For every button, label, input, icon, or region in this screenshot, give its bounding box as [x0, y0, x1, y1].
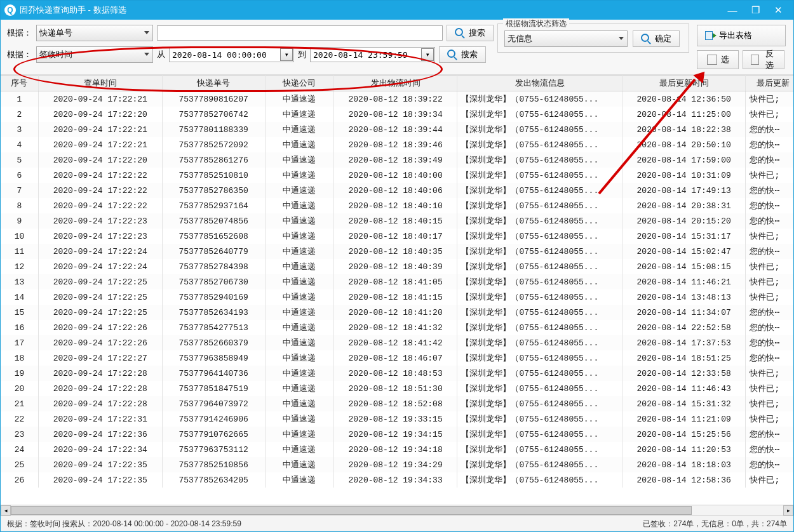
- column-header[interactable]: 发出物流时间: [333, 76, 457, 91]
- table-row[interactable]: 62020-09-24 17:22:2275377852510810中通速递20…: [1, 168, 793, 183]
- table-row[interactable]: 42020-09-24 17:22:2175377852572092中通速递20…: [1, 137, 793, 152]
- cell: 2020-09-24 17:22:21: [38, 91, 162, 107]
- cell: 2020-08-12 18:40:00: [333, 168, 457, 183]
- table-row[interactable]: 212020-09-24 17:22:2875377964073972中通速递2…: [1, 396, 793, 411]
- cell: 【深圳龙华】（0755-61248055...: [457, 137, 622, 152]
- status-left: 根据：签收时间 搜索从：2020-08-14 00:00:00 - 2020-0…: [7, 519, 241, 529]
- scroll-right-icon[interactable]: ▸: [783, 505, 793, 515]
- search-button-1[interactable]: 搜索: [447, 25, 494, 41]
- cell: 2020-08-12 18:41:15: [333, 289, 457, 305]
- cell: 您的快⋯: [746, 137, 793, 152]
- status-right: 已签收：274单，无信息：0单，共：274单: [643, 519, 787, 529]
- cell: 75377852706730: [162, 274, 265, 289]
- cell: 20: [1, 381, 38, 396]
- table-row[interactable]: 152020-09-24 17:22:2575377852634193中通速递2…: [1, 305, 793, 320]
- cell: 2020-09-24 17:22:20: [38, 152, 162, 168]
- table-row[interactable]: 222020-09-24 17:22:3175377914246906中通速递2…: [1, 411, 793, 427]
- cell: 2020-08-12 18:40:17: [333, 229, 457, 244]
- table-wrap: 序号查单时间快递单号快递公司发出物流时间发出物流信息最后更新时间最后更新 120…: [1, 75, 793, 515]
- cell: 2020-09-24 17:22:26: [38, 335, 162, 350]
- select-button[interactable]: 选: [697, 50, 739, 69]
- table-row[interactable]: 262020-09-24 17:22:3575377852634205中通速递2…: [1, 472, 793, 488]
- cell: 【深圳龙华】（0755-61248055...: [457, 259, 622, 274]
- table-row[interactable]: 132020-09-24 17:22:2575377852706730中通速递2…: [1, 274, 793, 289]
- cell: 75377964073972: [162, 396, 265, 411]
- cell: 17: [1, 335, 38, 350]
- cell: 2020-09-24 17:22:27: [38, 350, 162, 366]
- column-header[interactable]: 快递单号: [162, 76, 265, 91]
- app-icon: Q: [4, 4, 16, 16]
- filter2-combo[interactable]: [36, 46, 153, 63]
- cell: 您的快⋯: [746, 244, 793, 259]
- cell: 2020-08-12 18:40:06: [333, 183, 457, 198]
- from-datetime[interactable]: [169, 47, 294, 62]
- cell: 2020-08-12 18:51:30: [333, 381, 457, 396]
- column-header[interactable]: 序号: [1, 76, 38, 91]
- search-input[interactable]: [157, 25, 443, 41]
- invert-button[interactable]: 反选: [743, 50, 784, 69]
- table-row[interactable]: 112020-09-24 17:22:2475377852640779中通速递2…: [1, 244, 793, 259]
- close-button[interactable]: ✕: [767, 1, 790, 20]
- cell: 2020-08-14 12:58:36: [622, 472, 746, 488]
- scroll-left-icon[interactable]: ◂: [1, 505, 11, 515]
- column-header[interactable]: 查单时间: [38, 76, 162, 91]
- confirm-button[interactable]: 确定: [633, 30, 680, 47]
- table-row[interactable]: 122020-09-24 17:22:2475377852784398中通速递2…: [1, 259, 793, 274]
- table-row[interactable]: 242020-09-24 17:22:3475377963753112中通速递2…: [1, 442, 793, 457]
- to-datetime[interactable]: [310, 47, 435, 62]
- scroll-track[interactable]: [11, 505, 783, 515]
- cell: 2020-08-12 18:40:39: [333, 259, 457, 274]
- filter2-label: 根据：: [7, 49, 32, 60]
- table-row[interactable]: 252020-09-24 17:22:3575377852510856中通速递2…: [1, 457, 793, 472]
- search-button-2[interactable]: 搜索: [439, 46, 486, 63]
- maximize-button[interactable]: ❐: [744, 1, 767, 20]
- column-header[interactable]: 发出物流信息: [457, 76, 622, 91]
- logistics-combo[interactable]: [504, 30, 628, 47]
- cell: 2020-08-12 18:40:10: [333, 198, 457, 213]
- toolbar: 根据： 搜索 根据： 从 ▾ 到 ▾: [1, 20, 793, 75]
- table-row[interactable]: 192020-09-24 17:22:2875377964140736中通速递2…: [1, 366, 793, 381]
- filter1-label: 根据：: [7, 27, 32, 39]
- table-row[interactable]: 12020-09-24 17:22:2175377890816207中通速递20…: [1, 91, 793, 107]
- cell: 2020-08-12 18:41:05: [333, 274, 457, 289]
- cell: 【深圳龙华】（0755-61248055...: [457, 335, 622, 350]
- table-row[interactable]: 92020-09-24 17:22:2375377852074856中通速递20…: [1, 213, 793, 229]
- cell: 【深圳龙华】（0755-61248055...: [457, 396, 622, 411]
- cell: 快件已;: [746, 107, 793, 122]
- column-header[interactable]: 最后更新时间: [622, 76, 746, 91]
- cell: 22: [1, 411, 38, 427]
- to-date-picker-icon[interactable]: ▾: [421, 48, 434, 61]
- export-button[interactable]: 导出表格: [697, 25, 786, 46]
- table-row[interactable]: 162020-09-24 17:22:2675377854277513中通速递2…: [1, 320, 793, 335]
- table-row[interactable]: 202020-09-24 17:22:2875377851847519中通速递2…: [1, 381, 793, 396]
- from-date-picker-icon[interactable]: ▾: [280, 48, 293, 61]
- cell: 75377910762665: [162, 427, 265, 442]
- cell: 您的快⋯: [746, 213, 793, 229]
- cell: 14: [1, 289, 38, 305]
- cell: 快件已;: [746, 472, 793, 488]
- table-row[interactable]: 72020-09-24 17:22:2275377852786350中通速递20…: [1, 183, 793, 198]
- table-row[interactable]: 142020-09-24 17:22:2575377852940169中通速递2…: [1, 289, 793, 305]
- table-row[interactable]: 82020-09-24 17:22:2275377852937164中通速递20…: [1, 198, 793, 213]
- cell: 2020-08-12 18:48:53: [333, 366, 457, 381]
- scroll-thumb[interactable]: [11, 506, 692, 515]
- cell: 75377852510856: [162, 457, 265, 472]
- table-row[interactable]: 22020-09-24 17:22:2075377852706742中通速递20…: [1, 107, 793, 122]
- table-row[interactable]: 52020-09-24 17:22:2075377852861276中通速递20…: [1, 152, 793, 168]
- table-row[interactable]: 102020-09-24 17:22:2375377851652608中通速递2…: [1, 229, 793, 244]
- cell: 7: [1, 183, 38, 198]
- horizontal-scrollbar[interactable]: ◂ ▸: [1, 505, 793, 515]
- column-header[interactable]: 最后更新: [746, 76, 793, 91]
- minimize-button[interactable]: —: [721, 1, 744, 20]
- table-row[interactable]: 32020-09-24 17:22:2175377801188339中通速递20…: [1, 122, 793, 137]
- column-header[interactable]: 快递公司: [265, 76, 333, 91]
- cell: 【深圳龙华】（0755-61248055...: [457, 183, 622, 198]
- table-row[interactable]: 232020-09-24 17:22:3675377910762665中通速递2…: [1, 427, 793, 442]
- filter1-combo[interactable]: [36, 25, 153, 41]
- cell: 中通速递: [265, 244, 333, 259]
- table-row[interactable]: 172020-09-24 17:22:2675377852660379中通速递2…: [1, 335, 793, 350]
- table-row[interactable]: 182020-09-24 17:22:2775377963858949中通速递2…: [1, 350, 793, 366]
- cell: 2020-09-24 17:22:24: [38, 259, 162, 274]
- statusbar: 根据：签收时间 搜索从：2020-08-14 00:00:00 - 2020-0…: [1, 515, 793, 531]
- cell: 2020-09-24 17:22:22: [38, 168, 162, 183]
